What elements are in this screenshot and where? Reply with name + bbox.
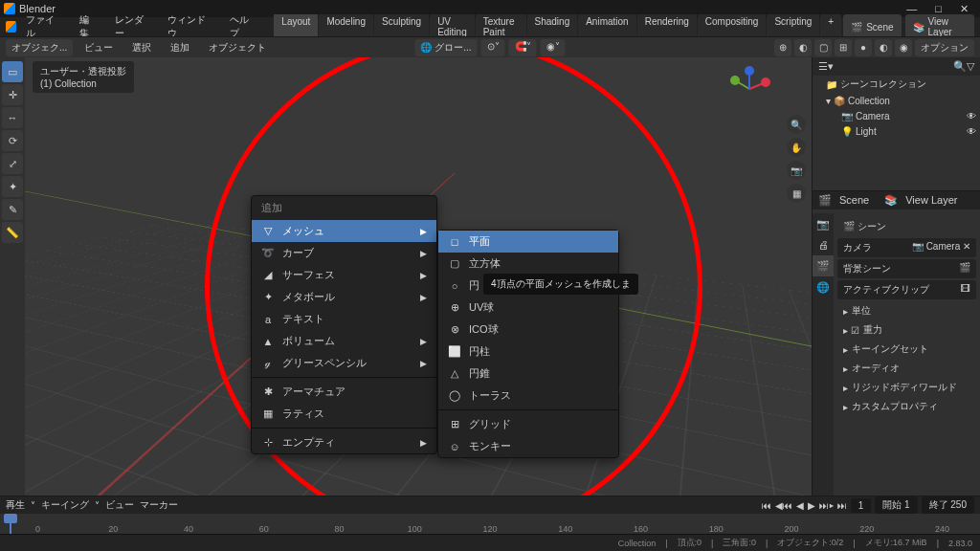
mesh-menu-item[interactable]: ⬜円柱 xyxy=(438,341,618,363)
tl-view[interactable]: ビュー xyxy=(105,498,134,512)
menu-item-icon: ⊗ xyxy=(448,323,461,336)
outliner-camera[interactable]: 📷Camera👁 xyxy=(813,108,980,123)
play-icon[interactable]: ▶ xyxy=(808,500,815,511)
playhead[interactable] xyxy=(10,514,11,534)
options-popover[interactable]: オプション xyxy=(915,39,974,56)
mesh-menu-item[interactable]: ⊕UV球 xyxy=(438,297,618,319)
frame-end[interactable]: 終了 250 xyxy=(922,496,974,514)
outliner-collection[interactable]: ▾📦Collection xyxy=(813,93,980,108)
tool-scale[interactable]: ⤢ xyxy=(2,153,23,174)
add-menu-item[interactable]: ▦ラティス xyxy=(252,403,436,425)
outliner-root[interactable]: 📁シーンコレクション xyxy=(813,76,980,93)
scene-icon: 🎬 xyxy=(851,22,862,33)
tool-transform[interactable]: ✦ xyxy=(2,176,23,197)
play-next-icon[interactable]: ⏭▶ xyxy=(819,500,834,511)
maximize-button[interactable]: □ xyxy=(927,3,949,14)
outliner: ☰▾ 🔍 ▽ 📁シーンコレクション ▾📦Collection 📷Camera👁 … xyxy=(813,57,980,191)
shading-mat[interactable]: ◐ xyxy=(875,39,892,56)
shading-render[interactable]: ◉ xyxy=(895,39,912,56)
group-rigidbody[interactable]: ▸ リジッドボディワールド xyxy=(837,378,976,397)
add-menu-item[interactable]: ▽メッシュ▶ xyxy=(252,220,436,242)
tl-keying[interactable]: キーイング xyxy=(41,498,89,512)
camera-field[interactable]: カメラ📷 Camera ✕ xyxy=(837,238,976,257)
ptab-output[interactable]: 🖨 xyxy=(813,234,834,255)
group-keying[interactable]: ▸ キーイングセット xyxy=(837,340,976,359)
mesh-menu-item[interactable]: ◯トーラス xyxy=(438,385,618,407)
nav-gizmo[interactable] xyxy=(725,65,773,113)
ortho-icon[interactable]: ▦ xyxy=(787,184,806,203)
activeclip-field[interactable]: アクティブクリップ🎞 xyxy=(837,280,976,299)
group-custom[interactable]: ▸ カスタムプロパティ xyxy=(837,397,976,416)
ptab-render[interactable]: 📷 xyxy=(813,213,834,234)
menu-select3d[interactable]: 選択 xyxy=(124,39,159,56)
ptab-world[interactable]: 🌐 xyxy=(813,276,834,298)
add-menu-item[interactable]: ✦メタボール▶ xyxy=(252,286,436,308)
outliner-header: ☰▾ 🔍 ▽ xyxy=(813,57,980,76)
add-menu-item[interactable]: ✱アーマチュア xyxy=(252,381,436,403)
tool-annotate[interactable]: ✎ xyxy=(2,199,23,220)
frame-start[interactable]: 開始 1 xyxy=(875,496,917,514)
shading-wire[interactable]: ⊞ xyxy=(835,39,852,56)
pan-icon[interactable]: ✋ xyxy=(787,138,806,157)
add-menu-item[interactable]: ➰カーブ▶ xyxy=(252,242,436,264)
menu-view3d[interactable]: ビュー xyxy=(77,39,121,56)
outliner-search-icon[interactable]: 🔍 xyxy=(953,60,967,73)
add-menu-title: 追加 xyxy=(252,196,436,220)
outliner-light[interactable]: 💡Light👁 xyxy=(813,123,980,139)
play-start-icon[interactable]: ⏮ xyxy=(762,500,771,511)
mesh-menu-item[interactable]: △円錐 xyxy=(438,363,618,385)
tool-move[interactable]: ↔ xyxy=(2,107,23,128)
gizmo-toggle[interactable]: ⊕ xyxy=(774,39,791,56)
mesh-menu-item[interactable]: ☺モンキー xyxy=(438,435,618,457)
right-panel: ☰▾ 🔍 ▽ 📁シーンコレクション ▾📦Collection 📷Camera👁 … xyxy=(812,57,980,496)
tool-measure[interactable]: 📏 xyxy=(2,222,23,243)
mesh-menu-item[interactable]: ⊞グリッド xyxy=(438,413,618,435)
collection-icon: 📦 xyxy=(834,95,845,106)
timeline-track[interactable]: 0 20 40 60 80 100 120 140 160 180 200 22… xyxy=(0,514,980,534)
camera-icon: 📷 xyxy=(841,110,853,121)
prop-edit-toggle[interactable]: ◉˅ xyxy=(541,39,566,56)
add-menu-item[interactable]: ⊹エンプティ▶ xyxy=(252,431,436,453)
outliner-filter-icon[interactable]: ☰▾ xyxy=(818,60,834,73)
pivot-select[interactable]: ⊙˅ xyxy=(481,39,505,56)
overlay-toggle[interactable]: ◐ xyxy=(794,39,812,56)
ptab-scene[interactable]: 🎬 xyxy=(813,255,834,276)
add-menu-item[interactable]: ℊグリースペンシル▶ xyxy=(252,352,436,374)
frame-current[interactable]: 1 xyxy=(851,498,872,513)
group-units[interactable]: ▸ 単位 xyxy=(837,301,976,320)
play-end-icon[interactable]: ⏭ xyxy=(837,500,847,511)
zoom-icon[interactable]: 🔍 xyxy=(787,115,806,134)
timeline-header: 再生˅ キーイング˅ ビュー マーカー ⏮ ◀⏮ ◀ ▶ ⏭▶ ⏭ 1 開始 1… xyxy=(0,496,980,514)
mode-select[interactable]: オブジェク... xyxy=(6,39,73,56)
mesh-menu-item[interactable]: □平面 xyxy=(438,231,618,253)
close-button[interactable]: ✕ xyxy=(952,3,976,14)
tool-select[interactable]: ▭ xyxy=(2,61,23,82)
shading-solid[interactable]: ● xyxy=(855,39,872,56)
add-menu-item[interactable]: ▲ボリューム▶ xyxy=(252,330,436,352)
minimize-button[interactable]: — xyxy=(899,3,924,14)
menu-item-icon: ℊ xyxy=(261,357,275,369)
status-verts: 頂点:0 xyxy=(678,537,702,549)
status-objects: オブジェクト:0/2 xyxy=(777,537,843,549)
tl-marker[interactable]: マーカー xyxy=(140,498,178,512)
transform-orientation[interactable]: 🌐 グロー... xyxy=(414,39,477,56)
group-gravity[interactable]: ▸ ☑ 重力 xyxy=(837,320,976,340)
add-menu-item[interactable]: ◢サーフェス▶ xyxy=(252,264,436,286)
menu-item-icon: ▢ xyxy=(448,257,461,270)
add-menu-item[interactable]: aテキスト xyxy=(252,308,436,330)
tool-rotate[interactable]: ⟳ xyxy=(2,130,23,151)
tl-playback[interactable]: 再生 xyxy=(6,498,25,512)
mesh-menu-item[interactable]: ⊗ICO球 xyxy=(438,319,618,341)
tool-cursor[interactable]: ✛ xyxy=(2,84,23,105)
bgscene-field[interactable]: 背景シーン🎬 xyxy=(837,259,976,278)
play-prev-icon[interactable]: ◀⏮ xyxy=(775,500,792,511)
camera-icon[interactable]: 📷 xyxy=(787,161,806,180)
menu-object3d[interactable]: オブジェクト xyxy=(201,39,274,56)
group-audio[interactable]: ▸ オーディオ xyxy=(837,359,976,378)
xray-toggle[interactable]: ▢ xyxy=(814,39,832,56)
play-reverse-icon[interactable]: ◀ xyxy=(796,500,804,511)
outliner-filter-button[interactable]: ▽ xyxy=(967,60,974,73)
snap-toggle[interactable]: 🧲˅ xyxy=(509,39,537,56)
mesh-menu-item[interactable]: ▢立方体 xyxy=(438,253,618,275)
menu-add3d[interactable]: 追加 xyxy=(163,39,197,56)
